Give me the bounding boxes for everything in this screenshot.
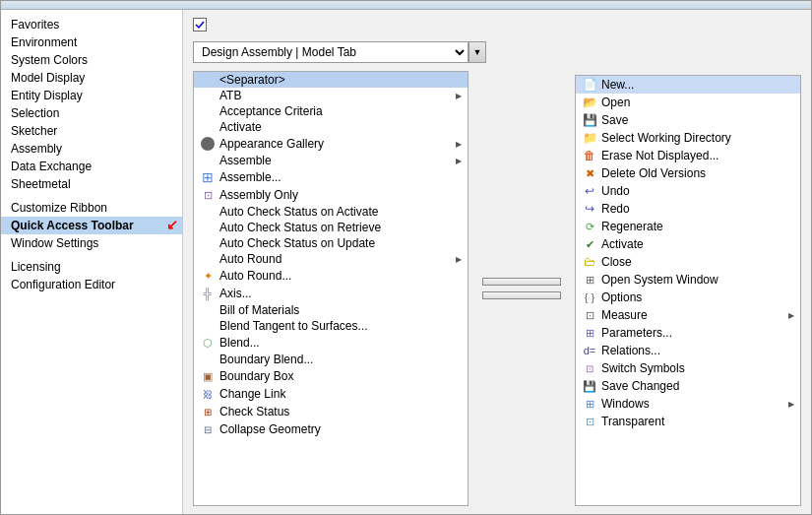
cmd-item-auto-check-retrieve[interactable]: Auto Check Status on Retrieve [194,220,468,235]
cmd-item-atb[interactable]: ATB▶ [194,88,468,103]
cmd-icon-change-link: ⛓ [200,386,216,402]
cmd-label-activate: Activate [219,120,262,134]
cmd-label-acceptance-criteria: Acceptance Criteria [219,104,323,118]
cmd-item-acceptance-criteria[interactable]: Acceptance Criteria [194,103,468,119]
right-item-transparent[interactable]: ⊡Transparent→ [576,413,800,430]
cmd-item-assemble-dots[interactable]: ⊞Assemble... [194,168,468,186]
right-label-open: Open [601,96,630,109]
cmd-item-check-status[interactable]: ⊞Check Status [194,403,468,420]
right-label-activate: Activate [601,237,644,251]
cmd-arrow-appearance-gallery: ▶ [456,140,462,149]
right-item-erase-not-displayed[interactable]: 🗑Erase Not Displayed... [576,147,800,164]
right-item-delete-old-versions[interactable]: ✖Delete Old Versions [576,164,800,182]
dropdown-arrow-button[interactable]: ▼ [468,41,486,63]
right-label-relations: Relations... [601,344,660,357]
right-item-select-working-dir[interactable]: 📁Select Working Directory [576,129,800,147]
cmd-label-bill-of-materials: Bill of Materials [219,303,299,317]
cmd-item-auto-round[interactable]: Auto Round▶ [194,251,468,267]
sidebar-item-window-settings[interactable]: Window Settings [1,234,182,252]
right-list: 📄New...📂Open💾Save📁Select Working Directo… [575,75,801,506]
cmd-icon-blend: ⬡ [200,335,216,351]
sidebar-item-system-colors[interactable]: System Colors [1,51,182,69]
cmd-item-boundary-blend[interactable]: Boundary Blend... [194,352,468,367]
cmd-item-axis[interactable]: ╬Axis... [194,285,468,302]
cmd-icon-appearance-gallery [200,136,216,152]
sidebar-item-data-exchange[interactable]: Data Exchange [1,158,182,175]
cmd-label-atb: ATB [219,89,241,102]
right-item-redo[interactable]: ↪Redo [576,200,800,218]
right-item-open[interactable]: 📂Open [576,94,800,111]
sidebar-item-model-display[interactable]: Model Display [1,69,182,87]
cmd-item-activate[interactable]: Activate [194,119,468,135]
sidebar-item-entity-display[interactable]: Entity Display [1,87,182,104]
right-item-close[interactable]: 🗁Close [576,253,800,271]
right-icon-undo: ↩ [582,183,597,199]
right-item-parameters[interactable]: ⊞Parameters... [576,324,800,342]
cmd-item-bill-of-materials[interactable]: Bill of Materials [194,302,468,318]
cmd-label-auto-round-dots: Auto Round... [219,269,291,283]
remove-button[interactable] [482,291,561,299]
cmd-item-blend[interactable]: ⬡Blend... [194,334,468,352]
cmd-label-assemble: Assemble [219,154,272,167]
right-item-windows[interactable]: ⊞Windows▶ [576,395,800,413]
right-item-regenerate[interactable]: ⟳Regenerate [576,218,800,235]
cmd-label-assembly-only: Assembly Only [219,188,298,202]
right-item-measure[interactable]: ⊡Measure▶ [576,306,800,324]
cmd-label-blend-tangent: Blend Tangent to Surfaces... [219,319,368,333]
right-icon-open: 📂 [582,95,597,110]
right-label-transparent: Transparent [601,415,664,428]
right-item-save[interactable]: 💾Save [576,111,800,129]
right-label-delete-old-versions: Delete Old Versions [601,166,706,180]
right-item-undo[interactable]: ↩Undo [576,182,800,200]
right-item-relations[interactable]: d=Relations... [576,342,800,359]
right-label-parameters: Parameters... [601,326,672,340]
cmd-item-auto-check-update[interactable]: Auto Check Status on Update [194,235,468,251]
right-item-new[interactable]: 📄New... [576,76,800,94]
right-item-save-changed[interactable]: 💾Save Changed [576,377,800,395]
sidebar-item-quick-access-toolbar[interactable]: Quick Access Toolbar↙ [1,217,182,234]
right-icon-new: 📄 [582,77,597,93]
right-item-options[interactable]: { }Options [576,289,800,306]
cmd-label-auto-check-update: Auto Check Status on Update [219,236,375,250]
sidebar-item-favorites[interactable]: Favorites [1,16,182,33]
middle-buttons [476,71,567,506]
right-label-redo: Redo [601,202,630,216]
sidebar-item-sheetmetal[interactable]: Sheetmetal [1,175,182,193]
cmd-item-assemble[interactable]: Assemble▶ [194,153,468,168]
right-label-regenerate: Regenerate [601,220,663,233]
sidebar-item-environment[interactable]: Environment [1,33,182,51]
right-item-switch-symbols[interactable]: ⊡Switch Symbols [576,359,800,377]
cmd-item-collapse-geometry[interactable]: ⊟Collapse Geometry [194,420,468,438]
add-button[interactable] [482,278,561,286]
cmd-icon-check-status: ⊞ [200,404,216,419]
cmd-label-separator: <Separator> [219,73,285,87]
cmd-arrow-assemble: ▶ [456,157,462,165]
title-bar [1,1,811,10]
sidebar-item-selection[interactable]: Selection [1,104,182,122]
right-icon-save: 💾 [582,112,597,128]
right-icon-regenerate: ⟳ [582,219,597,234]
cmd-item-change-link[interactable]: ⛓Change Link [194,385,468,403]
cmd-item-auto-check-activate[interactable]: Auto Check Status on Activate [194,204,468,220]
right-icon-transparent: ⊡ [582,414,597,429]
sidebar-item-customize-ribbon[interactable]: Customize Ribbon [1,199,182,217]
right-icon-relations: d= [582,343,597,358]
commands-dropdown[interactable]: Design Assembly | Model Tab [193,41,468,63]
customize-toolbar-checkbox[interactable] [193,18,207,32]
command-list-body: <Separator>ATB▶Acceptance CriteriaActiva… [194,72,468,505]
right-icon-select-working-dir: 📁 [582,130,597,146]
cmd-item-auto-round-dots[interactable]: ✦Auto Round... [194,267,468,285]
cmd-label-auto-round: Auto Round [219,252,281,266]
cmd-item-assembly-only[interactable]: ⊡Assembly Only [194,186,468,204]
cmd-item-separator[interactable]: <Separator> [194,72,468,88]
sidebar-item-configuration-editor[interactable]: Configuration Editor [1,276,182,293]
cmd-item-blend-tangent[interactable]: Blend Tangent to Surfaces... [194,318,468,334]
right-label-undo: Undo [601,184,630,198]
sidebar-item-licensing[interactable]: Licensing [1,258,182,276]
cmd-item-appearance-gallery[interactable]: Appearance Gallery▶ [194,135,468,153]
right-item-open-system-window[interactable]: ⊞Open System Window [576,271,800,289]
cmd-item-boundary-box[interactable]: ▣Boundary Box [194,367,468,385]
sidebar-item-assembly[interactable]: Assembly [1,140,182,158]
right-item-activate[interactable]: ✔Activate [576,235,800,253]
sidebar-item-sketcher[interactable]: Sketcher [1,122,182,140]
